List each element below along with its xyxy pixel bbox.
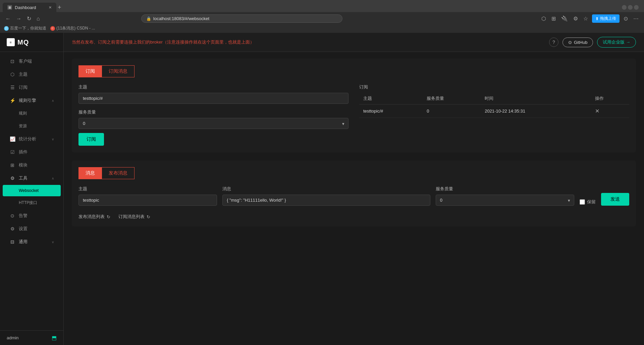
subscription-list-label: 订阅 xyxy=(359,84,629,90)
sidebar-item-stats[interactable]: 📈 统计分析 ∨ xyxy=(3,133,61,145)
bookmark-icon-1: 百 xyxy=(4,26,9,31)
address-bar[interactable]: 🔒 localhost:18083/#/websocket xyxy=(141,14,342,23)
pub-qos-select-wrapper: 0 1 2 xyxy=(436,195,574,206)
sidebar-item-label: HTTP接口 xyxy=(19,200,37,206)
window-controls: — ❐ ✕ xyxy=(622,5,641,10)
pub-message-label: 消息 xyxy=(222,186,430,192)
col-qos-header: 服务质量 xyxy=(423,93,481,105)
message-tab[interactable]: 消息 xyxy=(78,167,102,179)
reload-btn[interactable]: ↻ xyxy=(25,14,33,23)
forward-btn[interactable]: → xyxy=(15,14,23,23)
help-btn[interactable]: ? xyxy=(549,38,558,47)
table-row: testtopic/# 0 2021-10-22 14:35:31 ✕ xyxy=(359,105,629,118)
nav-bar: ← → ↻ ⌂ 🔒 localhost:18083/#/websocket ⬡ … xyxy=(0,12,644,25)
sidebar-item-http-api[interactable]: HTTP接口 xyxy=(3,197,61,209)
new-tab-btn[interactable]: + xyxy=(58,4,61,10)
sidebar-item-label: 统计分析 xyxy=(19,136,36,142)
pub-qos-select[interactable]: 0 1 2 xyxy=(436,195,574,206)
sidebar-item-label: Websocket xyxy=(19,188,39,193)
app: ≡ MQ ⊡ 客户端 ⬡ 主题 ☰ 订阅 ⚡ 规则引擎 ∧ 规则 xyxy=(0,33,644,345)
tab-close-btn[interactable]: ✕ xyxy=(49,5,52,10)
page-content: 订阅 订阅消息 主题 服务质量 0 xyxy=(64,52,644,345)
subscription-table: 主题 服务质量 时间 操作 testtopic/# 0 xyxy=(359,93,629,118)
header-actions: ? ⊙ GitHub 试用企业版 → xyxy=(549,37,636,48)
sidebar-item-label: 规则引擎 xyxy=(19,97,36,104)
sidebar-item-websocket[interactable]: Websocket xyxy=(3,185,61,196)
delete-subscription-btn[interactable]: ✕ xyxy=(595,108,599,114)
github-btn[interactable]: ⊙ GitHub xyxy=(562,38,593,47)
github-icon: ⊙ xyxy=(568,40,572,45)
profile-btn[interactable]: ⊙ xyxy=(622,14,629,23)
retain-checkbox[interactable] xyxy=(580,199,585,205)
subscribe-tab[interactable]: 订阅 xyxy=(78,65,102,77)
extensions-btn[interactable]: 🔌 xyxy=(560,14,569,23)
send-btn[interactable]: 发送 xyxy=(601,193,629,206)
message-form-row: 主题 消息 服务质量 0 1 2 xyxy=(78,186,629,206)
back-btn[interactable]: ← xyxy=(4,14,12,23)
pub-topic-group: 主题 xyxy=(78,186,217,206)
pub-refresh-icon[interactable]: ↻ xyxy=(107,214,110,219)
topic-label: 主题 xyxy=(78,84,348,90)
minimize-btn[interactable]: — xyxy=(622,5,627,10)
sidebar-item-topics[interactable]: ⬡ 主题 xyxy=(3,68,61,81)
subscribe-form: 主题 服务质量 0 1 2 xyxy=(78,84,348,146)
retain-group: 保留 xyxy=(580,199,596,205)
bookmark-1[interactable]: 百 百度一下，你就知道 xyxy=(4,25,46,31)
pub-message-input[interactable] xyxy=(222,195,430,206)
sidebar-item-alerts[interactable]: ⊙ 告警 xyxy=(3,209,61,222)
topic-input[interactable] xyxy=(78,93,348,104)
chevron-icon: ∧ xyxy=(52,99,54,102)
active-tab[interactable]: ▦ Dashboard ✕ xyxy=(3,3,56,12)
sub-refresh-icon[interactable]: ↻ xyxy=(147,214,150,219)
apps-btn[interactable]: ⊞ xyxy=(550,14,557,23)
sidebar-item-resources[interactable]: 资源 xyxy=(3,120,61,132)
sidebar-item-plugins[interactable]: ☑ 插件 xyxy=(3,146,61,158)
subscribe-btn[interactable]: 订阅 xyxy=(78,133,104,146)
nav-actions: ⬡ ⊞ 🔌 ⚙ ☆ ⬆ 拖拽上传 ⊙ ⋯ xyxy=(540,14,640,23)
subscribe-body: 主题 服务质量 0 1 2 xyxy=(78,84,629,146)
chevron-icon: ∨ xyxy=(52,137,54,141)
publish-message-tab[interactable]: 发布消息 xyxy=(102,167,135,179)
qos-select[interactable]: 0 1 2 xyxy=(78,118,348,129)
settings-btn[interactable]: ⚙ xyxy=(572,14,579,23)
chevron-icon: ∨ xyxy=(52,240,54,244)
sidebar-logo: ≡ MQ xyxy=(0,33,63,52)
sidebar-item-subscriptions[interactable]: ☰ 订阅 xyxy=(3,81,61,94)
top-header: 当然在发布、订阅之前需要连接上我们的broker（注意连接操作就在这个页面里，也… xyxy=(64,33,644,52)
sidebar-item-settings[interactable]: ⚙ 设置 xyxy=(3,222,61,235)
subscribe-messages-tab[interactable]: 订阅消息 xyxy=(102,65,135,77)
home-btn[interactable]: ⌂ xyxy=(35,14,41,23)
close-btn[interactable]: ✕ xyxy=(634,5,639,10)
alerts-icon: ⊙ xyxy=(9,213,15,218)
plugins-icon: ☑ xyxy=(9,149,15,155)
sidebar-item-general[interactable]: ⊟ 通用 ∨ xyxy=(3,235,61,248)
lock-icon: 🔒 xyxy=(146,16,151,21)
retain-label: 保留 xyxy=(587,199,596,205)
logout-icon[interactable]: ⬒ xyxy=(52,335,57,341)
sidebar-item-label: 客户端 xyxy=(19,58,32,64)
cast-btn[interactable]: ⬡ xyxy=(540,14,547,23)
sub-list-header[interactable]: 订阅消息列表 ↻ xyxy=(118,214,150,220)
sidebar-item-rules[interactable]: 规则 xyxy=(3,107,61,120)
row-delete-cell: ✕ xyxy=(591,105,629,118)
trial-btn[interactable]: 试用企业版 → xyxy=(597,37,636,48)
settings-nav-icon: ⚙ xyxy=(9,226,15,231)
more-btn[interactable]: ⋯ xyxy=(632,14,640,23)
clients-icon: ⊡ xyxy=(9,59,15,64)
subscriptions-icon: ☰ xyxy=(9,85,15,90)
subscribe-section: 订阅 订阅消息 主题 服务质量 0 xyxy=(72,59,636,152)
sidebar-item-clients[interactable]: ⊡ 客户端 xyxy=(3,55,61,68)
chevron-icon: ∧ xyxy=(52,177,54,180)
browser-chrome: ▦ Dashboard ✕ + — ❐ ✕ ← → ↻ ⌂ 🔒 localhos… xyxy=(0,0,644,23)
favorites-btn[interactable]: ☆ xyxy=(582,14,589,23)
maximize-btn[interactable]: ❐ xyxy=(628,5,633,10)
logo-text: MQ xyxy=(17,39,29,46)
pub-list-header[interactable]: 发布消息列表 ↻ xyxy=(78,214,110,220)
upload-btn[interactable]: ⬆ 拖拽上传 xyxy=(592,14,620,23)
sidebar-item-tools[interactable]: ⚙ 工具 ∧ xyxy=(3,172,61,185)
sidebar-item-rule-engine[interactable]: ⚡ 规则引擎 ∧ xyxy=(3,94,61,107)
sidebar-item-modules[interactable]: ⊞ 模块 xyxy=(3,159,61,171)
bookmark-2[interactable]: C (11条消息) CSDN - ... xyxy=(50,25,95,31)
sidebar-item-label: 模块 xyxy=(19,162,28,168)
pub-topic-input[interactable] xyxy=(78,195,217,206)
